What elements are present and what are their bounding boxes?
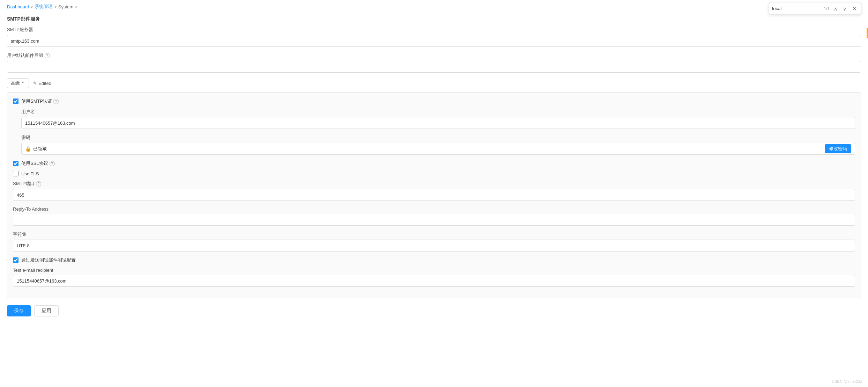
smtp-port-help-icon[interactable]: ? bbox=[36, 181, 41, 187]
test-recipient-group: Test e-mail recipient bbox=[13, 268, 855, 287]
breadcrumb-sep-3: > bbox=[75, 4, 77, 9]
content-area: SMTP邮件服务 SMTP服务器 用户默认邮件后缀 ? 高级 ⌃ ✎ Edi bbox=[0, 13, 868, 323]
charset-group: 字符集 bbox=[13, 231, 855, 251]
advanced-section: 使用SMTP认证 ? 用户名 密码 bbox=[7, 92, 861, 298]
change-password-button[interactable]: 修改密码 bbox=[825, 144, 851, 153]
auth-section: 用户名 密码 🔒 已隐藏 修改密码 bbox=[21, 109, 855, 155]
use-ssl-checkbox[interactable] bbox=[13, 161, 18, 166]
find-count: 1/1 bbox=[824, 6, 830, 11]
find-prev-btn[interactable]: ∧ bbox=[832, 5, 839, 12]
scrollbar-accent bbox=[867, 28, 868, 38]
edited-tag: ✎ Edited bbox=[33, 81, 51, 86]
password-display: 已隐藏 bbox=[33, 146, 825, 152]
advanced-button[interactable]: 高级 ⌃ bbox=[7, 78, 29, 88]
advanced-bar: 高级 ⌃ ✎ Edited bbox=[7, 78, 861, 88]
test-recipient-input[interactable] bbox=[13, 275, 855, 287]
user-email-suffix-group: 用户默认邮件后缀 ? bbox=[7, 52, 861, 73]
section-title: SMTP邮件服务 bbox=[7, 13, 861, 22]
user-email-suffix-input[interactable] bbox=[7, 61, 861, 73]
test-config-label[interactable]: 通过发送测试邮件测试配置 bbox=[21, 257, 76, 263]
charset-label: 字符集 bbox=[13, 231, 855, 238]
use-tls-label[interactable]: Use TLS bbox=[21, 171, 39, 176]
test-recipient-label: Test e-mail recipient bbox=[13, 268, 855, 273]
smtp-server-label: SMTP服务器 bbox=[7, 27, 861, 33]
find-close-btn[interactable]: ✕ bbox=[851, 5, 858, 13]
test-config-checkbox[interactable] bbox=[13, 257, 18, 263]
find-bar: 1/1 ∧ ∨ ✕ bbox=[769, 3, 861, 14]
breadcrumb: Dashboard > 系统管理 > System > bbox=[0, 0, 868, 13]
chevron-up-icon: ⌃ bbox=[21, 81, 25, 86]
use-ssl-row: 使用SSL协议 ? bbox=[13, 160, 855, 167]
password-row: 🔒 已隐藏 修改密码 bbox=[21, 143, 855, 155]
breadcrumb-sysmanage[interactable]: 系统管理 bbox=[35, 3, 53, 10]
smtp-server-input[interactable] bbox=[7, 35, 861, 47]
use-tls-row: Use TLS bbox=[13, 171, 855, 176]
smtp-server-group: SMTP服务器 bbox=[7, 27, 861, 47]
username-group: 用户名 bbox=[21, 109, 855, 129]
username-input[interactable] bbox=[21, 117, 855, 129]
username-label: 用户名 bbox=[21, 109, 855, 115]
use-ssl-label[interactable]: 使用SSL协议 ? bbox=[21, 160, 55, 167]
smtp-auth-help-icon[interactable]: ? bbox=[53, 99, 59, 104]
save-button[interactable]: 保存 bbox=[7, 305, 31, 316]
smtp-port-input[interactable] bbox=[13, 189, 855, 201]
smtp-port-group: SMTP端口 ? bbox=[13, 181, 855, 201]
ssl-help-icon[interactable]: ? bbox=[50, 161, 55, 166]
user-email-suffix-label: 用户默认邮件后缀 ? bbox=[7, 52, 861, 59]
footer-buttons: 保存 应用 bbox=[7, 305, 861, 316]
smtp-port-label: SMTP端口 ? bbox=[13, 181, 855, 187]
breadcrumb-current: System bbox=[58, 4, 73, 9]
charset-input[interactable] bbox=[13, 240, 855, 251]
test-config-row: 通过发送测试邮件测试配置 bbox=[13, 257, 855, 263]
find-next-btn[interactable]: ∨ bbox=[841, 5, 848, 12]
reply-to-label: Reply-To Address bbox=[13, 206, 855, 212]
edited-label: Edited bbox=[38, 81, 51, 86]
find-input[interactable] bbox=[772, 6, 821, 11]
breadcrumb-dashboard[interactable]: Dashboard bbox=[7, 4, 29, 9]
use-smtp-auth-checkbox[interactable] bbox=[13, 98, 18, 104]
password-label: 密码 bbox=[21, 134, 855, 141]
watermark: CSDN @inner222 bbox=[832, 379, 862, 384]
user-email-suffix-help-icon[interactable]: ? bbox=[45, 53, 50, 58]
page-container: Dashboard > 系统管理 > System > SMTP邮件服务 SMT… bbox=[0, 0, 868, 387]
lock-icon: 🔒 bbox=[25, 146, 31, 152]
reply-to-input[interactable] bbox=[13, 214, 855, 226]
use-smtp-auth-row: 使用SMTP认证 ? bbox=[13, 98, 855, 104]
use-smtp-auth-label[interactable]: 使用SMTP认证 ? bbox=[21, 98, 59, 104]
apply-button[interactable]: 应用 bbox=[34, 305, 59, 316]
breadcrumb-sep-2: > bbox=[54, 4, 57, 9]
password-group: 密码 🔒 已隐藏 修改密码 bbox=[21, 134, 855, 155]
reply-to-group: Reply-To Address bbox=[13, 206, 855, 226]
breadcrumb-sep-1: > bbox=[31, 4, 34, 9]
pencil-icon: ✎ bbox=[33, 81, 37, 86]
use-tls-checkbox[interactable] bbox=[13, 171, 18, 176]
advanced-label: 高级 bbox=[11, 80, 20, 86]
